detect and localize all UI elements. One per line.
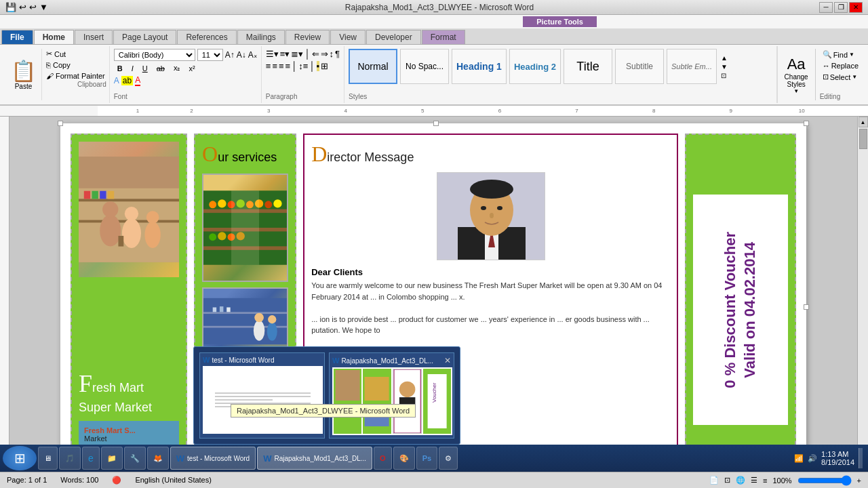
- tab-format[interactable]: Format: [422, 30, 465, 44]
- view-web-layout[interactable]: 🌐: [736, 476, 745, 485]
- superscript-button[interactable]: x²: [185, 63, 198, 74]
- view-outline[interactable]: ☰: [751, 476, 757, 485]
- sort-button[interactable]: ↕: [330, 49, 334, 59]
- taskbar-paint-btn[interactable]: 🎨: [393, 447, 415, 470]
- taskbar-word-test-btn[interactable]: W test - Microsoft Word: [170, 447, 256, 470]
- styles-scroll-down[interactable]: ▼: [721, 63, 728, 70]
- numbering-button[interactable]: ≡▾: [280, 49, 290, 59]
- find-button[interactable]: 🔍 Find ▼: [820, 49, 861, 60]
- mini-panel3: [393, 369, 422, 434]
- minimize-button[interactable]: ─: [819, 2, 833, 13]
- cut-button[interactable]: ✂ Cut: [45, 49, 106, 59]
- zoom-slider[interactable]: [797, 475, 852, 486]
- taskbar-opera-btn[interactable]: O: [374, 447, 392, 470]
- format-painter-button[interactable]: 🖌 Format Painter: [45, 71, 106, 81]
- bullets-button[interactable]: ☰▾: [266, 49, 279, 59]
- tab-insert[interactable]: Insert: [75, 30, 113, 44]
- scrollbar-right[interactable]: ▲ ▼: [857, 117, 868, 472]
- tab-home[interactable]: Home: [34, 30, 74, 44]
- font-size-select[interactable]: 11: [197, 49, 223, 61]
- dear-clients: Dear Clients: [311, 267, 670, 277]
- tab-review[interactable]: Review: [285, 30, 330, 44]
- select-button[interactable]: ⊡ Select ▼: [820, 71, 861, 83]
- style-heading2[interactable]: Heading 2: [509, 49, 561, 84]
- svg-rect-36: [220, 306, 223, 312]
- find-dropdown[interactable]: ▼: [849, 52, 854, 58]
- paste-button[interactable]: 📋 Paste: [5, 49, 42, 100]
- svg-rect-35: [213, 307, 216, 312]
- tab-view[interactable]: View: [330, 30, 366, 44]
- taskbar-word-rajapaksha-btn[interactable]: W Rajapaksha_Mod1_Act3_DL...: [257, 447, 372, 470]
- change-styles-dropdown[interactable]: ▼: [793, 88, 799, 94]
- taskbar-folder-btn[interactable]: 📁: [101, 447, 123, 470]
- bold-button[interactable]: B: [114, 63, 126, 74]
- svg-point-10: [122, 218, 141, 248]
- highlight-button[interactable]: ab: [121, 76, 133, 85]
- taskbar-tool-btn[interactable]: ⚙: [439, 447, 458, 470]
- font-name-select[interactable]: Calibri (Body): [114, 49, 195, 61]
- align-right-button[interactable]: ≡: [279, 61, 284, 71]
- taskbar-settings-btn[interactable]: 🔧: [124, 447, 146, 470]
- taskbar-firefox-btn[interactable]: 🦊: [147, 447, 169, 470]
- tab-file[interactable]: File: [1, 30, 33, 44]
- status-right: 📄 ⊡ 🌐 ☰ ≡ 100% +: [709, 475, 861, 486]
- style-subtitle[interactable]: Subtitle: [615, 49, 664, 84]
- taskbar-photoshop-btn[interactable]: Ps: [416, 447, 437, 470]
- styles-more[interactable]: ⊡: [721, 72, 728, 79]
- svg-point-39: [254, 313, 264, 323]
- tab-references[interactable]: References: [177, 30, 236, 44]
- copy-button[interactable]: ⎘ Copy: [45, 60, 106, 70]
- line-spacing-button[interactable]: ↕≡: [298, 61, 308, 71]
- preview-card-rajapaksha[interactable]: W Rajapaksha_Mod1_Act3_DL... ✕ Fresh Mar…: [329, 352, 454, 439]
- show-formatting-button[interactable]: ¶: [335, 49, 340, 59]
- indent-increase-button[interactable]: ⇒: [321, 49, 328, 59]
- tab-page-layout[interactable]: Page Layout: [113, 30, 176, 44]
- shrink-font-button[interactable]: A↓: [237, 50, 246, 60]
- shading-button[interactable]: ▪: [317, 61, 320, 71]
- strikethrough-button[interactable]: ab: [153, 63, 168, 74]
- style-normal[interactable]: Normal: [349, 49, 397, 84]
- style-title[interactable]: Title: [564, 49, 612, 84]
- subscript-button[interactable]: x₂: [170, 62, 184, 74]
- font-color-button[interactable]: A: [135, 75, 140, 86]
- change-styles-button[interactable]: Aa ChangeStyles ▼: [777, 46, 815, 103]
- taskbar-media-btn[interactable]: 🎵: [59, 447, 81, 470]
- indent-decrease-button[interactable]: ⇐: [312, 49, 319, 59]
- align-left-button[interactable]: ≡: [266, 61, 271, 71]
- preview-card-test[interactable]: W test - Microsoft Word: [199, 352, 325, 439]
- clear-format-button[interactable]: Aₓ: [248, 50, 257, 60]
- close-button[interactable]: ✕: [849, 2, 863, 13]
- preview-close-button[interactable]: ✕: [444, 356, 451, 365]
- tab-mailings[interactable]: Mailings: [237, 30, 285, 44]
- style-heading1[interactable]: Heading 1: [452, 49, 507, 84]
- taskbar-computer-btn[interactable]: 🖥: [38, 447, 58, 470]
- underline-button[interactable]: U: [139, 63, 151, 74]
- clipboard-sub: ✂ Cut ⎘ Copy 🖌 Format Painter: [45, 49, 106, 81]
- zoom-in-button[interactable]: +: [857, 476, 861, 485]
- tab-developer[interactable]: Developer: [366, 30, 421, 44]
- panel1-title: Fresh Mart Super Market: [79, 363, 179, 415]
- copy-label: Copy: [53, 61, 71, 69]
- scroll-up-button[interactable]: ▲: [859, 117, 868, 127]
- multilevel-button[interactable]: ≣▾: [291, 49, 303, 59]
- svg-point-38: [254, 321, 264, 341]
- replace-button[interactable]: ↔ Replace: [820, 60, 861, 71]
- select-dropdown[interactable]: ▼: [852, 74, 857, 80]
- scroll-thumb[interactable]: [859, 129, 867, 149]
- borders-button[interactable]: ⊞: [321, 61, 328, 71]
- style-subtle-em[interactable]: Subtle Em...: [667, 49, 717, 84]
- taskbar-start-button[interactable]: ⊞: [3, 446, 37, 470]
- view-full-screen[interactable]: ⊡: [724, 476, 730, 485]
- taskbar-browser-btn[interactable]: e: [82, 447, 100, 470]
- grow-font-button[interactable]: A↑: [225, 50, 235, 60]
- styles-scroll-up[interactable]: ▲: [721, 54, 728, 62]
- text-effects-button[interactable]: A: [114, 76, 119, 85]
- restore-button[interactable]: ❐: [834, 2, 848, 13]
- view-draft[interactable]: ≡: [763, 476, 767, 485]
- justify-button[interactable]: ≡: [285, 61, 291, 71]
- italic-button[interactable]: I: [128, 63, 137, 74]
- view-print-layout[interactable]: 📄: [709, 476, 719, 485]
- style-no-space[interactable]: No Spac...: [400, 49, 449, 84]
- align-center-button[interactable]: ≡: [272, 61, 277, 71]
- show-desktop-button[interactable]: [859, 448, 863, 468]
